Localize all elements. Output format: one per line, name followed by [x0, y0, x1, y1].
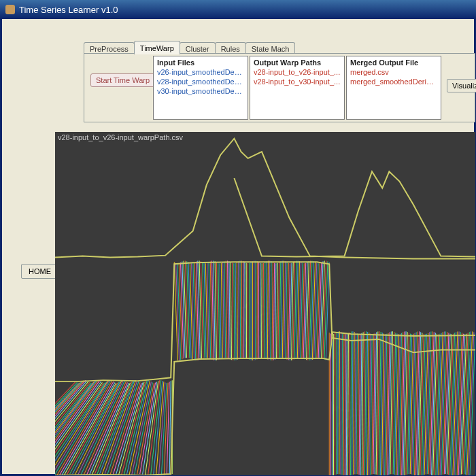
input-files-title: Input Files — [154, 56, 248, 67]
svg-line-184 — [349, 333, 350, 475]
svg-line-220 — [401, 332, 403, 475]
svg-line-224 — [406, 333, 409, 475]
svg-line-102 — [224, 262, 226, 358]
svg-line-136 — [277, 263, 278, 359]
svg-line-223 — [405, 332, 407, 475]
svg-line-127 — [263, 263, 264, 358]
svg-line-129 — [266, 261, 267, 358]
window-title: Time Series Learner v1.0 — [19, 5, 118, 15]
svg-line-268 — [469, 332, 474, 475]
list-item[interactable]: v28-input_smoothedDeriv... — [154, 77, 248, 86]
svg-line-139 — [281, 261, 282, 358]
plot-panel: v28-input_to_v26-input_warpPath.csv — [55, 132, 475, 475]
svg-line-185 — [351, 332, 352, 475]
svg-line-99 — [220, 263, 221, 358]
svg-line-110 — [237, 262, 237, 360]
svg-line-128 — [265, 262, 265, 358]
svg-line-97 — [216, 262, 218, 360]
svg-line-221 — [402, 331, 405, 475]
tab-strip: PreProcess TimeWarp Cluster Rules State … — [84, 41, 294, 54]
svg-line-266 — [466, 331, 471, 474]
list-item[interactable]: merged.csv — [347, 67, 441, 77]
list-item[interactable]: v28-input_to_v26-input_... — [250, 67, 344, 77]
svg-line-98 — [218, 263, 220, 360]
list-item[interactable]: v26-input_smoothedDeriv... — [154, 67, 248, 77]
visualize-button[interactable]: Visualize — [447, 79, 476, 92]
svg-line-168 — [324, 261, 328, 359]
svg-line-79 — [188, 262, 191, 358]
output-paths-title: Output Warp Paths — [250, 56, 344, 67]
plot-svg — [55, 132, 475, 475]
input-files-list[interactable]: Input Files v26-input_smoothedDeriv... v… — [153, 56, 248, 120]
svg-line-189 — [356, 334, 358, 475]
svg-line-142 — [286, 262, 287, 359]
svg-line-167 — [323, 260, 326, 358]
svg-line-103 — [226, 261, 227, 358]
svg-line-179 — [342, 333, 343, 475]
svg-line-42 — [99, 380, 135, 475]
svg-line-112 — [240, 261, 241, 358]
merged-file-title: Merged Output File — [347, 56, 441, 67]
tab-timewarp[interactable]: TimeWarp — [134, 41, 180, 54]
svg-line-111 — [239, 262, 239, 359]
svg-line-76 — [184, 261, 186, 358]
svg-line-135 — [275, 263, 276, 360]
svg-line-222 — [403, 331, 406, 475]
list-item[interactable]: merged_smoothedDerived... — [347, 77, 441, 86]
svg-line-217 — [396, 334, 398, 475]
java-icon — [5, 5, 15, 14]
svg-line-105 — [229, 261, 230, 359]
svg-line-196 — [366, 332, 367, 475]
svg-line-164 — [318, 262, 322, 358]
svg-line-177 — [339, 331, 340, 474]
svg-line-267 — [467, 331, 473, 475]
svg-line-4 — [55, 382, 82, 475]
svg-line-100 — [221, 263, 222, 358]
svg-line-72 — [177, 263, 181, 360]
svg-line-265 — [464, 332, 470, 474]
list-item[interactable]: v28-input_to_v30-input_... — [250, 77, 344, 86]
svg-line-114 — [243, 261, 244, 358]
svg-line-159 — [311, 261, 313, 360]
svg-line-165 — [320, 261, 323, 358]
svg-line-15 — [55, 380, 97, 475]
svg-line-130 — [267, 261, 268, 360]
title-bar: Time Series Learner v1.0 — [0, 0, 476, 19]
svg-line-195 — [364, 331, 366, 475]
svg-line-77 — [185, 260, 188, 358]
svg-line-57 — [140, 383, 156, 474]
svg-line-191 — [359, 334, 360, 475]
svg-line-49 — [118, 382, 144, 475]
output-warp-paths-list[interactable]: Output Warp Paths v28-input_to_v26-input… — [250, 56, 345, 120]
svg-line-104 — [228, 260, 229, 358]
svg-line-178 — [341, 332, 341, 475]
svg-line-180 — [343, 334, 344, 475]
svg-line-183 — [347, 333, 348, 475]
list-item[interactable]: v30-input_smoothedDeriv... — [154, 86, 248, 96]
svg-line-160 — [312, 262, 315, 360]
svg-line-43 — [102, 380, 136, 474]
svg-line-219 — [399, 333, 402, 475]
svg-line-187 — [354, 332, 354, 475]
svg-line-108 — [234, 263, 235, 360]
svg-line-134 — [273, 263, 274, 360]
svg-line-143 — [287, 263, 288, 360]
svg-line-193 — [362, 332, 363, 475]
home-button[interactable]: HOME — [21, 264, 58, 279]
svg-line-140 — [282, 260, 284, 358]
svg-line-54 — [132, 381, 152, 475]
start-time-warp-button[interactable]: Start Time Warp — [90, 73, 155, 87]
svg-line-263 — [461, 334, 466, 475]
svg-line-78 — [187, 261, 190, 358]
svg-line-197 — [368, 333, 369, 475]
merged-output-list[interactable]: Merged Output File merged.csv merged_smo… — [346, 56, 441, 120]
svg-line-188 — [355, 333, 356, 474]
svg-line-269 — [470, 333, 475, 475]
client-area: PreProcess TimeWarp Cluster Rules State … — [0, 19, 476, 476]
svg-line-218 — [397, 334, 400, 475]
svg-line-192 — [360, 333, 362, 475]
svg-line-113 — [241, 260, 242, 358]
svg-line-125 — [260, 263, 260, 358]
svg-line-166 — [322, 260, 325, 358]
svg-line-186 — [352, 331, 353, 475]
